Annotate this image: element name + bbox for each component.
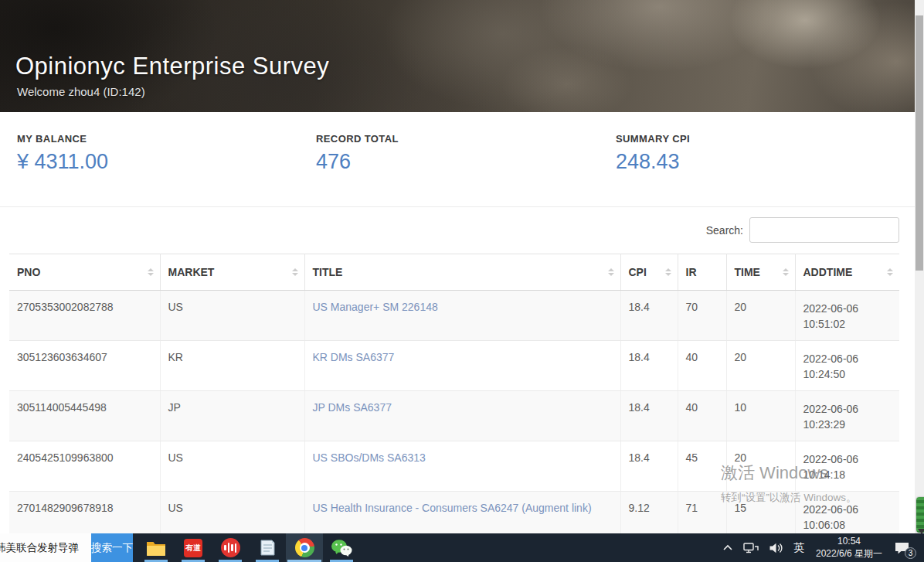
download-indicator-icon[interactable] [916,497,924,533]
cell-title: JP DMs SA6377 [304,391,620,441]
column-header-time[interactable]: TIME [726,254,795,291]
cell-ir: 40 [678,341,726,391]
cell-time: 10 [726,391,795,441]
survey-table: PNO MARKET TITLE CPI IR TIME ADDTIME 270… [9,254,899,542]
table-row: 305123603634607 KR KR DMs SA6377 18.4 40… [9,341,899,391]
tray-chevron-up-icon[interactable] [719,533,736,562]
cell-pno: 305123603634607 [9,341,160,391]
stat-value: ¥ 4311.00 [17,150,108,174]
taskbar-empty-area [360,533,719,562]
sort-icon [608,268,614,276]
stat-summary-cpi: SUMMARY CPI 248.43 [616,133,690,174]
sort-icon [887,268,893,276]
header-banner: Opinionyc Enterprise Survey Welcome zhou… [0,0,915,112]
column-label: MARKET [168,266,215,278]
cell-ir: 40 [678,391,726,441]
cell-market: US [160,441,304,492]
stat-my-balance: MY BALANCE ¥ 4311.00 [17,133,108,174]
column-label: TIME [735,266,760,278]
sort-icon [148,268,154,276]
column-header-ir[interactable]: IR [678,254,726,291]
stat-label: RECORD TOTAL [316,133,399,145]
scrollbar-thumb[interactable] [916,15,923,271]
table-row: 2705353002082788 US US Manager+ SM 22614… [9,291,899,341]
survey-link[interactable]: US SBOs/DMs SA6313 [313,451,426,464]
notepad-icon [259,539,277,557]
cell-pno: 2705353002082788 [9,291,160,341]
wechat-icon [331,539,352,557]
cell-ir: 45 [678,441,726,492]
column-label: CPI [629,266,647,278]
notification-badge: 3 [905,547,916,559]
taskbar-news-search-box[interactable]: 韩美联合发射导弹 [0,533,91,562]
survey-link[interactable]: KR DMs SA6377 [313,351,395,363]
stat-value: 476 [316,150,399,174]
survey-link[interactable]: US Manager+ SM 226148 [313,301,438,313]
table-search: Search: [706,217,899,243]
search-input[interactable] [749,217,899,243]
cell-market: KR [160,341,304,391]
column-header-pno[interactable]: PNO [9,254,160,291]
taskbar-chrome[interactable] [286,533,323,562]
taskbar-file-explorer[interactable] [138,533,175,562]
tray-volume-icon[interactable] [766,533,786,562]
column-label: TITLE [313,266,343,278]
welcome-text: Welcome zhou4 (ID:142) [17,85,145,98]
taskbar-youdao[interactable]: 有道 [175,533,212,562]
tray-input-language[interactable]: 英 [790,533,807,562]
sort-icon [292,268,298,276]
column-header-addtime[interactable]: ADDTIME [795,254,899,291]
taskbar-wechat[interactable] [323,533,360,562]
taskbar-search-button[interactable]: 搜索一下 [91,533,133,562]
tray-clock[interactable]: 10:54 2022/6/6 星期一 [811,536,887,560]
survey-link[interactable]: JP DMs SA6377 [313,401,392,414]
stat-record-total: RECORD TOTAL 476 [316,133,399,174]
tray-network-icon[interactable] [740,533,762,562]
column-header-title[interactable]: TITLE [304,254,620,291]
cell-pno: 305114005445498 [9,391,160,441]
tray-action-center[interactable]: 3 [891,533,918,562]
tray-time: 10:54 [816,536,882,548]
column-label: ADDTIME [803,266,853,278]
cell-time: 20 [726,341,795,391]
table-row: 2405425109963800 US US SBOs/DMs SA6313 1… [9,441,899,492]
cell-addtime: 2022-06-06 10:24:50 [795,341,899,391]
taskbar: 韩美联合发射导弹 搜索一下 有道 [0,533,924,562]
cell-title: US Manager+ SM 226148 [304,291,620,341]
sort-icon [665,268,671,276]
stat-value: 248.43 [616,150,690,174]
taskbar-notepad[interactable] [249,533,286,562]
screen: Opinionyc Enterprise Survey Welcome zhou… [0,0,924,562]
chrome-icon [295,538,314,557]
stat-label: MY BALANCE [17,133,108,145]
table-header-row: PNO MARKET TITLE CPI IR TIME ADDTIME [9,254,899,291]
youdao-icon: 有道 [184,539,202,557]
cell-ir: 70 [678,291,726,341]
tray-date: 2022/6/6 星期一 [816,548,882,560]
news-headline-text: 韩美联合发射导弹 [0,541,79,555]
cell-addtime: 2022-06-06 10:51:02 [795,291,899,341]
divider [0,206,915,207]
cell-time: 20 [726,441,795,492]
sort-icon [783,268,789,276]
stat-label: SUMMARY CPI [616,133,690,145]
cell-title: US SBOs/DMs SA6313 [304,441,620,492]
column-label: IR [686,266,697,278]
search-label: Search: [706,224,743,237]
column-label: PNO [17,266,40,278]
table-row: 305114005445498 JP JP DMs SA6377 18.4 40… [9,391,899,441]
cell-addtime: 2022-06-06 10:14:18 [795,441,899,492]
survey-link[interactable]: US Health Insurance - Consumers SA6247 (… [313,502,592,514]
cell-cpi: 18.4 [620,391,678,441]
column-header-market[interactable]: MARKET [160,254,304,291]
cell-pno: 2405425109963800 [9,441,160,492]
folder-icon [146,540,166,557]
scrollbar-track[interactable] [915,0,924,533]
taskbar-music-app[interactable] [212,533,249,562]
cell-cpi: 18.4 [620,341,678,391]
music-app-icon [221,538,240,557]
cell-cpi: 18.4 [620,441,678,492]
cell-cpi: 18.4 [620,291,678,341]
column-header-cpi[interactable]: CPI [620,254,678,291]
cell-title: KR DMs SA6377 [304,341,620,391]
